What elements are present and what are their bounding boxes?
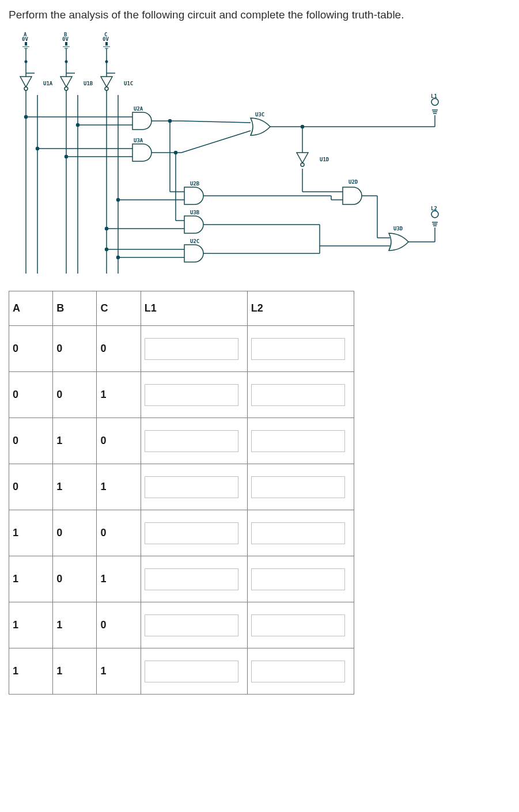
- output-l1: [431, 98, 438, 113]
- cell-l2: [247, 464, 354, 510]
- cell-a: 1: [9, 556, 53, 602]
- l2-answer-input[interactable]: [251, 384, 346, 406]
- cell-b: 1: [53, 602, 97, 648]
- svg-point-26: [36, 147, 39, 150]
- cell-l1: [141, 418, 247, 464]
- l1-answer-input[interactable]: [145, 476, 239, 498]
- cell-b: 1: [53, 648, 97, 695]
- cell-b: 0: [53, 510, 97, 556]
- source-a: A 0V: [22, 32, 29, 63]
- table-row: 111: [9, 648, 354, 695]
- svg-point-22: [25, 116, 28, 119]
- gate-u2a: [132, 112, 151, 130]
- l1-answer-input[interactable]: [145, 614, 239, 636]
- cell-c: 0: [97, 418, 141, 464]
- cell-l2: [247, 556, 354, 602]
- cell-l2: [247, 326, 354, 372]
- label-l2: L2: [431, 206, 437, 211]
- l1-answer-input[interactable]: [145, 661, 239, 682]
- gate-u3d: [389, 233, 408, 251]
- l1-answer-input[interactable]: [145, 522, 239, 544]
- cell-b: 0: [53, 326, 97, 372]
- col-l2: L2: [247, 291, 354, 326]
- label-u1d: U1D: [320, 157, 329, 162]
- l1-answer-input[interactable]: [145, 568, 239, 590]
- svg-point-28: [65, 155, 68, 158]
- cell-l1: [141, 602, 247, 648]
- cell-l2: [247, 602, 354, 648]
- l2-answer-input[interactable]: [251, 568, 346, 590]
- output-l2: [431, 211, 438, 226]
- truth-table: A B C L1 L2 000001010011100101110111: [9, 291, 354, 695]
- cell-l2: [247, 648, 354, 695]
- label-u1c: U1C: [124, 81, 133, 86]
- gate-u2d: [343, 187, 362, 204]
- table-row: 001: [9, 372, 354, 418]
- cell-a: 0: [9, 418, 53, 464]
- gate-u1c: [101, 77, 112, 90]
- label-u3b: U3B: [190, 210, 200, 215]
- l2-answer-input[interactable]: [251, 430, 346, 452]
- cell-c: 1: [97, 648, 141, 695]
- label-u3c: U3C: [255, 112, 264, 117]
- table-row: 011: [9, 464, 354, 510]
- cell-c: 0: [97, 326, 141, 372]
- cell-c: 1: [97, 556, 141, 602]
- cell-c: 0: [97, 602, 141, 648]
- cell-c: 0: [97, 510, 141, 556]
- l1-answer-input[interactable]: [145, 384, 239, 406]
- cell-b: 1: [53, 464, 97, 510]
- svg-text:0V: 0V: [62, 36, 69, 42]
- gate-u1a: [20, 77, 32, 90]
- label-u3a: U3A: [134, 138, 143, 143]
- cell-l1: [141, 510, 247, 556]
- svg-line-30: [181, 121, 251, 123]
- cell-l1: [141, 648, 247, 695]
- cell-l1: [141, 556, 247, 602]
- table-row: 100: [9, 510, 354, 556]
- gate-u1d: [297, 153, 308, 166]
- l2-answer-input[interactable]: [251, 614, 346, 636]
- table-row: 110: [9, 602, 354, 648]
- svg-point-41: [175, 151, 177, 154]
- label-u2c: U2C: [190, 238, 199, 244]
- label-u2a: U2A: [134, 106, 143, 112]
- l2-answer-input[interactable]: [251, 476, 346, 498]
- label-u1a: U1A: [43, 81, 53, 86]
- cell-l1: [141, 372, 247, 418]
- question-prompt: Perform the analysis of the following ci…: [9, 9, 510, 21]
- circuit-diagram: A 0V B 0V C 0V U1A U1B: [9, 32, 446, 279]
- l2-answer-input[interactable]: [251, 661, 346, 682]
- table-header-row: A B C L1 L2: [9, 291, 354, 326]
- cell-b: 1: [53, 418, 97, 464]
- table-row: 101: [9, 556, 354, 602]
- source-b: B 0V: [62, 32, 70, 63]
- cell-l1: [141, 464, 247, 510]
- col-b: B: [53, 291, 97, 326]
- gate-u3b: [184, 216, 203, 233]
- svg-point-48: [117, 256, 120, 259]
- svg-point-36: [169, 120, 172, 123]
- cell-a: 1: [9, 510, 53, 556]
- table-row: 010: [9, 418, 354, 464]
- gate-u1b: [60, 77, 72, 90]
- cell-a: 0: [9, 372, 53, 418]
- l2-answer-input[interactable]: [251, 338, 346, 360]
- cell-a: 1: [9, 648, 53, 695]
- cell-b: 0: [53, 556, 97, 602]
- svg-point-50: [301, 126, 304, 128]
- gate-u2b: [184, 187, 203, 204]
- col-l1: L1: [141, 291, 247, 326]
- gate-u2c: [184, 245, 203, 262]
- gate-u3c: [251, 118, 270, 135]
- l1-answer-input[interactable]: [145, 338, 239, 360]
- svg-text:0V: 0V: [103, 36, 109, 42]
- l1-answer-input[interactable]: [145, 430, 239, 452]
- l2-answer-input[interactable]: [251, 522, 346, 544]
- cell-l2: [247, 418, 354, 464]
- gate-u3a: [132, 144, 151, 161]
- cell-c: 1: [97, 372, 141, 418]
- cell-l1: [141, 326, 247, 372]
- source-c: C 0V: [103, 32, 110, 63]
- cell-l2: [247, 510, 354, 556]
